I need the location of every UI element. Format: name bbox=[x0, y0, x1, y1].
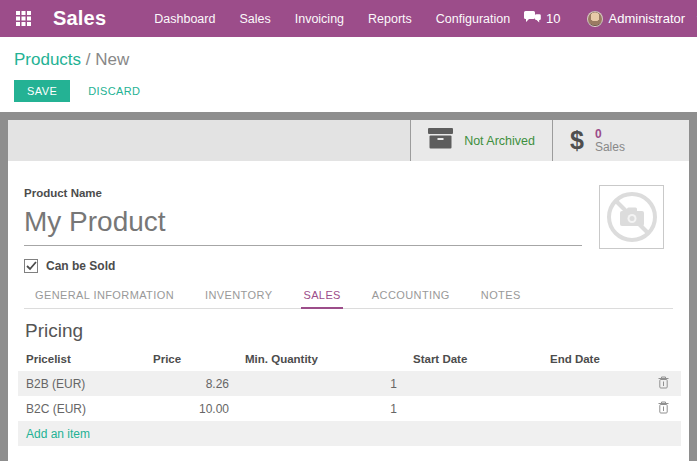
archive-toggle-button[interactable]: Not Archived bbox=[410, 120, 552, 161]
pricelist-row-b2b[interactable]: B2B (EUR) 8.26 1 bbox=[18, 371, 681, 396]
navbar-right: 10 Administrator ▼ bbox=[524, 11, 697, 27]
delete-row-button[interactable] bbox=[645, 396, 681, 421]
menu-item-sales[interactable]: Sales bbox=[239, 10, 270, 28]
user-menu[interactable]: Administrator ▼ bbox=[587, 11, 697, 27]
sales-stat-button[interactable]: $ 0 Sales bbox=[552, 120, 689, 161]
spacer bbox=[24, 446, 673, 461]
user-name: Administrator bbox=[609, 11, 686, 26]
can-be-sold-label: Can be Sold bbox=[46, 259, 115, 273]
cell-price[interactable]: 10.00 bbox=[145, 396, 237, 421]
trash-icon bbox=[658, 376, 669, 389]
form-actions: SAVE DISCARD bbox=[14, 80, 683, 102]
app-title[interactable]: Sales bbox=[53, 7, 106, 30]
can-be-sold-field: Can be Sold bbox=[24, 259, 599, 273]
breadcrumb-products-link[interactable]: Products bbox=[14, 50, 81, 69]
col-actions bbox=[645, 349, 681, 371]
app-screen: Sales Dashboard Sales Invoicing Reports … bbox=[0, 0, 697, 461]
can-be-sold-checkbox[interactable] bbox=[24, 259, 38, 273]
form-sheet: Not Archived $ 0 Sales Product Name bbox=[8, 120, 689, 461]
main-menu: Dashboard Sales Invoicing Reports Config… bbox=[154, 10, 510, 28]
sales-stat: 0 Sales bbox=[595, 128, 625, 154]
pricelist-row-b2c[interactable]: B2C (EUR) 10.00 1 bbox=[18, 396, 681, 421]
menu-item-reports[interactable]: Reports bbox=[368, 10, 412, 28]
pricelist-table: Pricelist Price Min. Quantity Start Date… bbox=[18, 349, 681, 446]
breadcrumb: Products / New bbox=[14, 49, 683, 71]
cell-min-qty[interactable]: 1 bbox=[237, 396, 405, 421]
tab-notes[interactable]: NOTES bbox=[479, 284, 523, 309]
tab-inventory[interactable]: INVENTORY bbox=[203, 284, 274, 309]
archive-status-label: Not Archived bbox=[464, 134, 535, 148]
statusbar-spacer bbox=[8, 120, 410, 161]
tab-general-information[interactable]: GENERAL INFORMATION bbox=[33, 284, 176, 309]
form-background: Not Archived $ 0 Sales Product Name bbox=[0, 112, 697, 461]
sheet-body: Product Name Can be Sold bbox=[8, 161, 689, 461]
breadcrumb-current: New bbox=[95, 50, 129, 69]
notebook-tabs: GENERAL INFORMATION INVENTORY SALES ACCO… bbox=[24, 284, 673, 309]
pricelist-header-row: Pricelist Price Min. Quantity Start Date… bbox=[18, 349, 681, 371]
control-panel: Products / New SAVE DISCARD bbox=[0, 37, 697, 112]
cell-pricelist[interactable]: B2C (EUR) bbox=[18, 396, 145, 421]
dollar-icon: $ bbox=[570, 128, 584, 153]
menu-item-configuration[interactable]: Configuration bbox=[436, 10, 510, 28]
tab-accounting[interactable]: ACCOUNTING bbox=[370, 284, 452, 309]
messages-count: 10 bbox=[546, 11, 560, 26]
no-camera-icon bbox=[605, 190, 659, 244]
product-name-input[interactable] bbox=[24, 204, 582, 246]
product-image-placeholder[interactable] bbox=[599, 185, 664, 249]
save-button[interactable]: SAVE bbox=[14, 80, 70, 102]
product-name-label: Product Name bbox=[24, 187, 102, 199]
messages-button[interactable]: 10 bbox=[524, 11, 560, 27]
delete-row-button[interactable] bbox=[645, 371, 681, 396]
pricing-section-title: Pricing bbox=[24, 320, 673, 342]
cell-end-date[interactable] bbox=[542, 371, 645, 396]
col-price: Price bbox=[145, 349, 237, 371]
cell-end-date[interactable] bbox=[542, 396, 645, 421]
col-start-date: Start Date bbox=[405, 349, 542, 371]
user-avatar bbox=[587, 11, 603, 27]
top-navbar: Sales Dashboard Sales Invoicing Reports … bbox=[0, 0, 697, 37]
apps-grid-icon[interactable] bbox=[12, 8, 34, 30]
archive-box-icon bbox=[428, 128, 453, 153]
tab-sales[interactable]: SALES bbox=[301, 284, 342, 309]
breadcrumb-separator: / bbox=[86, 50, 95, 69]
add-item-row: Add an item bbox=[18, 421, 681, 446]
cell-start-date[interactable] bbox=[405, 396, 542, 421]
col-min-quantity: Min. Quantity bbox=[237, 349, 405, 371]
trash-icon bbox=[658, 401, 669, 414]
add-an-item-link[interactable]: Add an item bbox=[26, 427, 90, 441]
statusbar: Not Archived $ 0 Sales bbox=[8, 120, 689, 161]
cell-pricelist[interactable]: B2B (EUR) bbox=[18, 371, 145, 396]
menu-item-invoicing[interactable]: Invoicing bbox=[295, 10, 344, 28]
menu-item-dashboard[interactable]: Dashboard bbox=[154, 10, 215, 28]
chat-bubbles-icon bbox=[524, 11, 541, 27]
sales-stat-label: Sales bbox=[595, 141, 625, 154]
cell-min-qty[interactable]: 1 bbox=[237, 371, 405, 396]
cell-price[interactable]: 8.26 bbox=[145, 371, 237, 396]
col-end-date: End Date bbox=[542, 349, 645, 371]
col-pricelist: Pricelist bbox=[18, 349, 145, 371]
sales-stat-value: 0 bbox=[595, 128, 625, 141]
discard-button[interactable]: DISCARD bbox=[80, 80, 148, 102]
cell-start-date[interactable] bbox=[405, 371, 542, 396]
product-name-group: Product Name Can be Sold bbox=[24, 183, 599, 273]
